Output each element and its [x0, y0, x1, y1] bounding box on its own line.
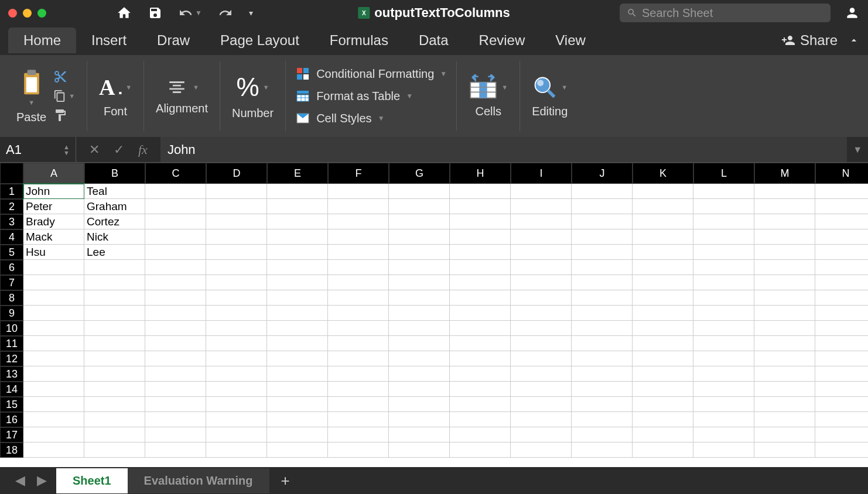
- cell[interactable]: [511, 260, 572, 275]
- cell[interactable]: [511, 229, 572, 245]
- row-header[interactable]: 5: [0, 245, 23, 260]
- column-header[interactable]: J: [572, 163, 633, 184]
- cell[interactable]: [206, 336, 267, 351]
- cell[interactable]: [206, 306, 267, 321]
- row-header[interactable]: 17: [0, 427, 23, 442]
- cell[interactable]: [84, 290, 145, 306]
- ribbon-tab-view[interactable]: View: [540, 28, 601, 53]
- cell[interactable]: [328, 290, 389, 306]
- cell[interactable]: [267, 336, 328, 351]
- conditional-formatting-button[interactable]: Conditional Formatting ▼: [295, 66, 447, 81]
- cell[interactable]: [267, 351, 328, 366]
- cell[interactable]: [389, 382, 450, 397]
- cell[interactable]: [23, 290, 84, 306]
- cell[interactable]: [145, 214, 206, 229]
- cell[interactable]: [328, 275, 389, 290]
- cell[interactable]: [206, 366, 267, 382]
- cell[interactable]: [145, 260, 206, 275]
- cell[interactable]: [572, 442, 633, 458]
- row-header[interactable]: 7: [0, 275, 23, 290]
- cell[interactable]: [23, 412, 84, 427]
- cell[interactable]: [206, 442, 267, 458]
- column-header[interactable]: D: [206, 163, 267, 184]
- cell[interactable]: [754, 336, 815, 351]
- ribbon-tab-formulas[interactable]: Formulas: [315, 28, 404, 53]
- cell[interactable]: [815, 290, 868, 306]
- cell[interactable]: [206, 412, 267, 427]
- select-all-corner[interactable]: [0, 163, 23, 184]
- cell[interactable]: [206, 199, 267, 214]
- sheet-tab[interactable]: Sheet1: [56, 468, 128, 493]
- cell[interactable]: [693, 245, 754, 260]
- cell[interactable]: [206, 427, 267, 442]
- ribbon-tab-review[interactable]: Review: [464, 28, 541, 53]
- cell[interactable]: [389, 199, 450, 214]
- row-header[interactable]: 3: [0, 214, 23, 229]
- cell[interactable]: [206, 229, 267, 245]
- cell[interactable]: [633, 229, 693, 245]
- cell[interactable]: [267, 366, 328, 382]
- cell[interactable]: [23, 397, 84, 412]
- cell[interactable]: [206, 321, 267, 336]
- cell[interactable]: [693, 260, 754, 275]
- cell[interactable]: [693, 336, 754, 351]
- cell[interactable]: [572, 366, 633, 382]
- cell[interactable]: [511, 245, 572, 260]
- cell[interactable]: [145, 306, 206, 321]
- cell[interactable]: [84, 412, 145, 427]
- cell[interactable]: [450, 275, 511, 290]
- fx-icon[interactable]: fx: [138, 142, 148, 157]
- cell[interactable]: [754, 321, 815, 336]
- cell[interactable]: [754, 366, 815, 382]
- cell[interactable]: [23, 321, 84, 336]
- row-header[interactable]: 1: [0, 184, 23, 199]
- cell[interactable]: [145, 199, 206, 214]
- cell[interactable]: [145, 275, 206, 290]
- share-button[interactable]: Share: [781, 32, 838, 49]
- cell[interactable]: [267, 397, 328, 412]
- column-header[interactable]: E: [267, 163, 328, 184]
- cell[interactable]: [572, 306, 633, 321]
- ribbon-tab-home[interactable]: Home: [8, 28, 76, 53]
- ribbon-tab-insert[interactable]: Insert: [76, 28, 142, 53]
- cell[interactable]: [693, 442, 754, 458]
- column-header[interactable]: G: [389, 163, 450, 184]
- cell[interactable]: [267, 412, 328, 427]
- spreadsheet-grid[interactable]: ABCDEFGHIJKLMN1JohnTeal2PeterGraham3Brad…: [0, 163, 868, 467]
- redo-icon[interactable]: [218, 6, 233, 20]
- cell[interactable]: [633, 412, 693, 427]
- row-header[interactable]: 10: [0, 321, 23, 336]
- cell[interactable]: [450, 184, 511, 199]
- cell[interactable]: [328, 427, 389, 442]
- cell[interactable]: [328, 214, 389, 229]
- cell[interactable]: [389, 275, 450, 290]
- cell[interactable]: [815, 336, 868, 351]
- minimize-window-button[interactable]: [23, 9, 32, 18]
- cell[interactable]: [267, 427, 328, 442]
- cell[interactable]: [328, 397, 389, 412]
- cell[interactable]: Lee: [84, 245, 145, 260]
- cell[interactable]: [754, 184, 815, 199]
- row-header[interactable]: 6: [0, 260, 23, 275]
- cell[interactable]: [145, 229, 206, 245]
- cell[interactable]: [84, 306, 145, 321]
- cell[interactable]: [23, 336, 84, 351]
- cell[interactable]: [572, 260, 633, 275]
- row-header[interactable]: 14: [0, 382, 23, 397]
- column-header[interactable]: I: [511, 163, 572, 184]
- cell[interactable]: [23, 427, 84, 442]
- cell[interactable]: [693, 229, 754, 245]
- cell[interactable]: [389, 184, 450, 199]
- cell[interactable]: [815, 442, 868, 458]
- cell[interactable]: [145, 366, 206, 382]
- cell[interactable]: Brady: [23, 214, 84, 229]
- cell[interactable]: [206, 184, 267, 199]
- cell[interactable]: [328, 366, 389, 382]
- cell[interactable]: [815, 351, 868, 366]
- cell[interactable]: [815, 275, 868, 290]
- cell[interactable]: [450, 306, 511, 321]
- cell[interactable]: [23, 382, 84, 397]
- cell[interactable]: [267, 229, 328, 245]
- cell[interactable]: [633, 245, 693, 260]
- cell[interactable]: [328, 184, 389, 199]
